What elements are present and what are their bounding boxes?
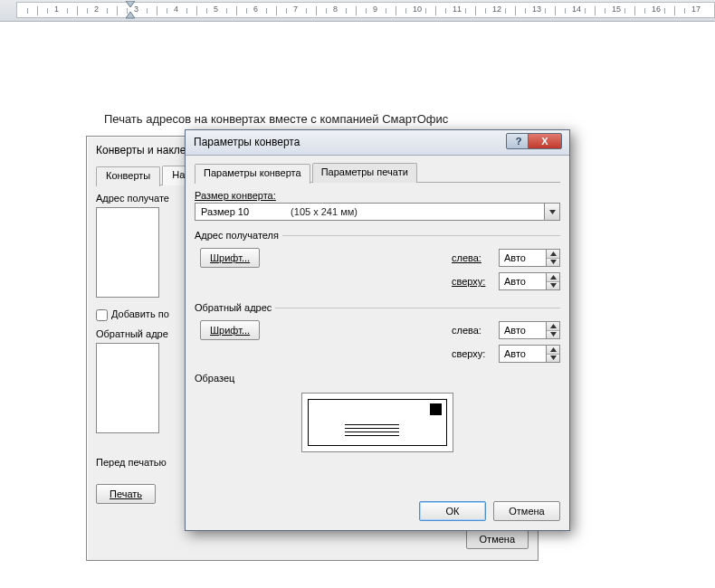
return-top-spinner[interactable]: Авто <box>499 345 560 363</box>
envelope-size-label: Размер конверта: <box>195 190 276 201</box>
envelope-size-value: Размер 10 <box>195 206 254 217</box>
envelope-options-dialog: Параметры конверта ? Х Параметры конверт… <box>185 129 570 531</box>
ruler-tick <box>306 8 307 14</box>
add-postage-label: Добавить по <box>111 308 169 319</box>
recipient-address-textarea[interactable] <box>96 207 159 298</box>
return-address-textarea[interactable] <box>96 343 159 433</box>
ruler-tick <box>674 6 675 15</box>
ruler-tick <box>366 8 367 14</box>
combo-dropdown-button[interactable] <box>544 204 559 220</box>
chevron-up-icon <box>550 251 557 256</box>
ruler-number: 11 <box>453 5 462 14</box>
ruler-tick <box>555 6 556 15</box>
spin-down-button[interactable] <box>547 258 559 267</box>
ruler-number: 1 <box>54 5 59 14</box>
ruler-tick <box>127 8 128 14</box>
close-button[interactable]: Х <box>528 133 562 149</box>
ruler-tick <box>167 8 167 14</box>
return-font-button[interactable]: Шрифт... <box>200 320 260 340</box>
ruler: 1234567891011121314151617 <box>0 0 715 22</box>
dialog-title: Параметры конверта <box>194 136 300 148</box>
ruler-tick <box>266 8 267 14</box>
ruler-tick <box>186 8 187 14</box>
add-postage-checkbox[interactable]: Добавить по <box>96 308 169 321</box>
ruler-tick <box>525 8 526 14</box>
recipient-font-button[interactable]: Шрифт... <box>200 248 260 268</box>
recipient-group-legend: Адрес получателя <box>195 230 282 241</box>
ruler-tick <box>157 6 157 15</box>
chevron-up-icon <box>550 275 557 280</box>
ruler-tick <box>37 6 38 15</box>
tab-envelope-options[interactable]: Параметры конверта <box>195 164 310 184</box>
ruler-tick <box>226 8 227 14</box>
recipient-left-value: Авто <box>500 252 546 263</box>
chevron-down-icon <box>549 210 556 214</box>
envelope-size-dim: (105 x 241 мм) <box>254 206 544 217</box>
ruler-tick <box>117 6 118 15</box>
svg-marker-6 <box>550 283 557 288</box>
ruler-tick <box>624 8 625 14</box>
ok-button[interactable]: ОК <box>419 501 486 521</box>
back-cancel-button[interactable]: Отмена <box>466 529 529 549</box>
recipient-left-spinner[interactable]: Авто <box>499 249 560 267</box>
return-address-group: Обратный адрес Шрифт... слева: Авто свер… <box>195 302 560 365</box>
ruler-tick <box>585 8 586 14</box>
ruler-number: 5 <box>214 5 218 14</box>
chevron-down-icon <box>550 260 557 264</box>
spin-up-button[interactable] <box>547 322 559 330</box>
preview-label: Образец <box>195 373 560 384</box>
ruler-number: 7 <box>293 5 298 14</box>
cancel-button[interactable]: Отмена <box>493 501 560 521</box>
ruler-tick <box>435 6 436 15</box>
ruler-number: 12 <box>492 5 501 14</box>
ruler-tick <box>386 8 386 14</box>
recipient-top-label: сверху: <box>452 276 499 287</box>
ruler-number: 4 <box>174 5 178 14</box>
ruler-number: 2 <box>94 5 99 14</box>
spin-up-button[interactable] <box>547 273 559 281</box>
ruler-tick <box>545 8 546 14</box>
chevron-down-icon <box>550 283 557 288</box>
ruler-tick <box>47 8 48 14</box>
ruler-number: 16 <box>652 5 661 14</box>
return-top-label: сверху: <box>452 348 499 359</box>
envelope-preview <box>301 393 453 452</box>
ruler-tick <box>276 6 277 15</box>
ruler-number: 14 <box>572 5 581 14</box>
spin-down-button[interactable] <box>547 330 559 339</box>
print-button[interactable]: Печать <box>96 484 156 504</box>
ruler-tick <box>326 8 327 14</box>
recipient-top-spinner[interactable]: Авто <box>499 272 560 290</box>
return-address-label: Обратный адре <box>96 328 168 339</box>
spin-down-button[interactable] <box>547 281 559 290</box>
recipient-left-label: слева: <box>452 252 499 263</box>
ruler-number: 6 <box>253 5 258 14</box>
ruler-tick <box>107 8 108 14</box>
titlebar[interactable]: Параметры конверта ? Х <box>186 130 569 156</box>
ruler-tick <box>27 8 28 14</box>
preview-section: Образец <box>195 373 560 452</box>
tab-envelopes[interactable]: Конверты <box>96 166 160 186</box>
svg-marker-4 <box>550 260 557 264</box>
svg-marker-9 <box>550 347 557 352</box>
spin-up-button[interactable] <box>547 346 559 354</box>
before-print-label: Перед печатью <box>96 457 167 468</box>
ruler-tick <box>475 6 476 15</box>
close-icon: Х <box>541 136 548 147</box>
svg-marker-10 <box>550 356 557 360</box>
ruler-tick <box>316 6 317 15</box>
stamp-icon <box>430 403 442 415</box>
ruler-tick <box>425 8 426 14</box>
address-lines-icon <box>345 422 399 436</box>
ruler-tick <box>684 8 685 14</box>
ruler-tick <box>644 8 645 14</box>
ruler-tick <box>87 8 88 14</box>
envelope-size-combo[interactable]: Размер 10 (105 x 241 мм) <box>195 203 560 221</box>
spin-down-button[interactable] <box>547 354 559 363</box>
spin-up-button[interactable] <box>547 250 559 258</box>
ruler-tick <box>565 8 566 14</box>
svg-marker-7 <box>550 324 557 328</box>
return-left-spinner[interactable]: Авто <box>499 321 560 339</box>
ruler-tick <box>236 6 237 15</box>
tab-print-options[interactable]: Параметры печати <box>312 163 417 183</box>
